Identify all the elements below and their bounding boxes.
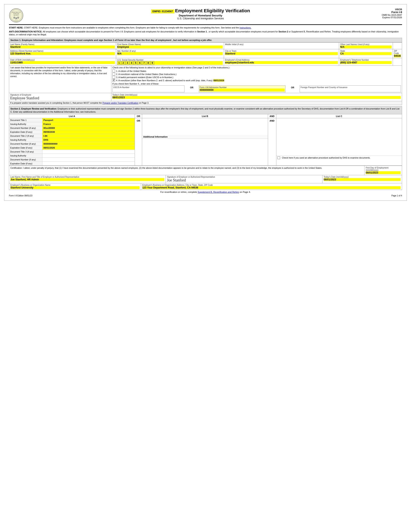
phone-value: (650) 123-4567 xyxy=(340,61,392,64)
doc1-title-label: Document Title 1 xyxy=(9,118,42,122)
address-label: Address (Street Number and Name) xyxy=(10,50,115,52)
org-address-cell: Employer's Business or Organization Addr… xyxy=(141,183,402,190)
section2-header: Section 2. Employer Review and Verificat… xyxy=(9,106,402,114)
list-a-docs: Document Title 1 Passport Issuing Author… xyxy=(9,118,135,165)
page-footer: Form I-9 Edition 08/01/23 Page 1 of 4 xyxy=(9,195,402,197)
state-label: State xyxy=(340,50,392,52)
apt-value: N/A xyxy=(117,52,223,55)
last-name-label: Last Name (Family Name) xyxy=(10,43,115,46)
certification-row: Certification: I attest, under penalty o… xyxy=(9,166,402,175)
sub-fields-table: USCIS A-Number OR Form I-94 Admission Nu… xyxy=(112,86,401,92)
employer-date-value: 08/01/2023 xyxy=(324,178,401,181)
sig-date: 08/01/2023 xyxy=(112,96,401,99)
checkbox-1[interactable] xyxy=(112,70,115,72)
doc2-number-row: Document Number (if any) 00000000000 xyxy=(9,142,135,146)
doc1-issuing-value: France xyxy=(42,122,135,126)
state-value: CA xyxy=(340,52,392,55)
doc2-number-value: 00000000000 xyxy=(42,142,135,146)
additional-info-label: Additional Information xyxy=(142,135,268,139)
or-header: OR xyxy=(135,114,142,118)
dob-label: Date of Birth (mm/dd/yyyy) xyxy=(10,59,115,61)
org-row: Employer's Business or Organization Name… xyxy=(9,183,402,190)
form94-value: 0000000000 xyxy=(200,88,285,91)
doc3-issuing-label: Issuing Authority xyxy=(9,154,42,158)
apt-label: Apt. Number (if any) xyxy=(117,50,223,52)
list-c-header: List C xyxy=(276,114,402,118)
checkbox-2[interactable] xyxy=(112,73,115,76)
list-a-header: List A xyxy=(9,114,135,118)
alt-procedure-checkbox[interactable] xyxy=(277,156,280,159)
checkbox-4[interactable]: ✗ xyxy=(112,79,115,82)
employer-name-cell: Last Name, First Name and Title of Emplo… xyxy=(9,175,166,183)
first-day-label: First Day of Employment (mm/dd/yyyy): xyxy=(366,167,401,171)
cert-right: First Day of Employment (mm/dd/yyyy): 08… xyxy=(364,166,402,175)
svg-text:HOMELAND: HOMELAND xyxy=(13,13,19,14)
instructions-link[interactable]: Instructions. xyxy=(239,26,251,29)
phone-label: Employee's Telephone Number xyxy=(340,59,392,61)
last-name-value: Stanford xyxy=(10,46,115,48)
dhs-seal-icon: DEPARTMENT OF HOMELAND SECURITY ★ ★ ★ xyxy=(9,8,23,23)
checkbox-row-1: 1. A citizen of the United States xyxy=(112,70,401,72)
ssn-digit-2: 2 xyxy=(121,61,125,65)
agency-name: U.S. Citizenship and Immigration Service… xyxy=(26,17,375,20)
employer-sig-cell: Signature of Employer or Authorized Repr… xyxy=(166,175,323,183)
and-vertical-divider: AND xyxy=(268,118,276,165)
ssn-digit-9: 9 xyxy=(150,61,154,65)
doc1-expiry-value: 09/09/2030 xyxy=(42,130,135,134)
employer-signature: Joe Stanford xyxy=(167,178,321,182)
doc2-number-label: Document Number (if any) xyxy=(9,142,42,146)
section1-header: Section 1. Employee Information and Atte… xyxy=(9,38,402,42)
other-names-value: N/A xyxy=(340,46,392,48)
doc1-number-row: Document Number (if any) 00xx00000 xyxy=(9,126,135,130)
ssn-boxes: 1 2 3 4 5 6 7 8 9 xyxy=(117,61,223,65)
doc3-title-row: Document Title 3 (if any) xyxy=(9,150,135,154)
checkbox-row-3: 3. A lawful permanent resident (Enter US… xyxy=(112,76,401,78)
ssn-digit-4: 4 xyxy=(130,61,134,65)
middle-initial-value xyxy=(225,46,338,48)
expires-date: Expires 07/31/2026 xyxy=(375,16,402,19)
doc3-expiry-row: Expiration Date (if any) xyxy=(9,162,135,165)
checkbox-row-2: 2. A noncitizen national of the United S… xyxy=(112,73,401,76)
uscis-label: USCIS xyxy=(375,8,402,11)
page-number: Page 1 of 4 xyxy=(392,195,402,197)
doc2-issuing-label: Issuing Authority xyxy=(9,138,42,142)
sig-label-cell: Signature of Employee Employee Stanford xyxy=(9,93,111,101)
doc1-title-row: Document Title 1 Passport xyxy=(9,118,135,122)
preparer-link[interactable]: Preparer and/or Translator Certification xyxy=(102,102,138,104)
doc2-expiry-row: Expiration Date (if any) 08/01/2026 xyxy=(9,146,135,150)
uscis-label: USCIS A-Number xyxy=(113,86,184,88)
header-center: EMPID: 01234567 Employment Eligibility V… xyxy=(26,8,375,20)
doc2-title-value: I-94 xyxy=(42,134,135,138)
employer-date-cell: Today's Date (mm/dd/yyyy) 08/01/2023 xyxy=(323,175,402,183)
or-vertical-divider: OR xyxy=(135,118,142,165)
doc1-issuing-row: Issuing Authority France xyxy=(9,122,135,126)
form-edition: Form I-9 Edition 08/01/23 xyxy=(9,195,32,197)
empid-value: EMPID: 01234567 xyxy=(151,9,174,13)
attestation-row: I am aware that federal law provides for… xyxy=(9,66,402,105)
list-b-header: List B xyxy=(142,114,268,118)
city-label: City or Town xyxy=(225,50,338,52)
svg-point-7 xyxy=(17,17,19,19)
list-c-docs: Check here if you used an alternative pr… xyxy=(276,118,402,165)
logo-container: DEPARTMENT OF HOMELAND SECURITY ★ ★ ★ xyxy=(9,8,26,23)
svg-point-6 xyxy=(13,17,15,19)
or1-divider: OR xyxy=(184,86,199,92)
attestation-text: I am aware that federal law provides for… xyxy=(9,66,111,93)
date-cell: Today's Date (mm/dd/yyyy) 08/01/2023 xyxy=(111,93,402,101)
ssn-digit-6: 6 xyxy=(138,61,142,65)
doc1-number-label: Document Number (if any) xyxy=(9,126,42,130)
doc3-number-label: Document Number (if any) xyxy=(9,158,42,162)
checkbox-3[interactable] xyxy=(112,76,115,78)
checkboxes-cell: Check one of the following boxes to atte… xyxy=(111,66,402,93)
other-names-label: Other Last Names Used (if any) xyxy=(340,43,392,46)
and-header: AND xyxy=(268,114,276,118)
rehire-link[interactable]: Supplement B, Reverification and Rehire xyxy=(198,191,239,193)
first-name-value: Employee xyxy=(117,46,223,48)
doc3-title-label: Document Title 3 (if any) xyxy=(9,150,42,153)
svg-text:★ ★ ★: ★ ★ ★ xyxy=(15,20,18,21)
form-title: Employment Eligibility Verification xyxy=(175,8,250,13)
first-day-value: 08/01/2023 xyxy=(366,171,401,174)
rehire-note: For reverification or rehire, complete S… xyxy=(9,191,402,193)
zip-value: 94536 xyxy=(394,55,401,57)
list-headers-row: List A OR List B AND List C xyxy=(9,114,402,118)
